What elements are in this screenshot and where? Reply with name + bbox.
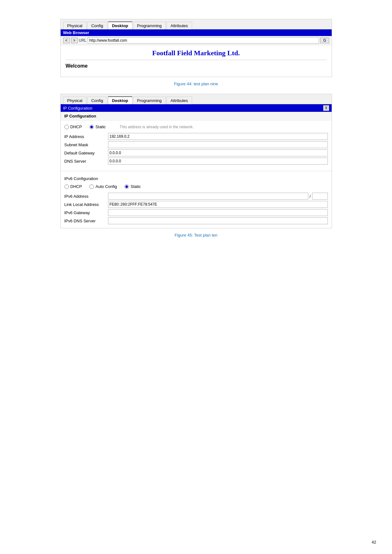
ip-config-subheader: IP Configuration <box>61 112 332 121</box>
ipv6-dns-server-input[interactable] <box>108 217 328 224</box>
link-local-address-label: Link Local Address <box>64 202 106 207</box>
ipv6-static-label: Static <box>130 184 141 189</box>
subnet-mask-row: Subnet Mask <box>64 141 328 148</box>
site-title: Footfall Field Marketing Ltd. <box>66 49 327 60</box>
dns-server-input[interactable] <box>108 158 328 165</box>
tab-programming-1[interactable]: Programming <box>133 22 166 29</box>
ipv6-dhcp-radio[interactable] <box>64 184 69 189</box>
warning-text: This address is already used in the netw… <box>120 125 194 129</box>
ipv6-radio-row: DHCP Auto Config Static <box>64 183 328 190</box>
ip-address-label: IP Address <box>64 134 106 139</box>
ipv6-gateway-label: IPv6 Gateway <box>64 210 106 215</box>
ipv6-section-label: IPv6 Configuration <box>64 176 328 181</box>
ipv6-prefix-length-input[interactable] <box>312 193 328 200</box>
url-bar: < > URL G <box>61 36 332 45</box>
dns-server-label: DNS Server <box>64 159 106 164</box>
ip-address-input[interactable] <box>108 133 328 140</box>
page-number: 42 <box>372 540 376 545</box>
welcome-text: Welcome <box>66 63 327 69</box>
web-browser-bar: Web Browser <box>61 29 332 36</box>
tab-desktop-2[interactable]: Desktop <box>108 96 132 104</box>
tab-attributes-1[interactable]: Attributes <box>166 22 192 29</box>
dhcp-radio-item[interactable]: DHCP <box>64 124 82 129</box>
figure-caption-1: Figure 44: test plan nine <box>174 81 218 86</box>
slash-separator: / <box>310 194 311 199</box>
tab-physical-1[interactable]: Physical <box>63 22 87 29</box>
ipv6-address-input-group: / <box>108 193 328 200</box>
link-local-address-row: Link Local Address <box>64 201 328 208</box>
ipv6-gateway-row: IPv6 Gateway <box>64 209 328 216</box>
tab-physical-2[interactable]: Physical <box>63 97 87 104</box>
tab-desktop-1[interactable]: Desktop <box>108 21 132 29</box>
ipv6-dhcp-label: DHCP <box>70 184 82 189</box>
dhcp-radio[interactable] <box>64 125 69 129</box>
tab-attributes-2[interactable]: Attributes <box>166 97 192 104</box>
subnet-mask-input[interactable] <box>108 141 328 148</box>
ipv6-autoconfig-radio[interactable] <box>89 184 94 189</box>
ipv6-address-row: IPv6 Address / <box>64 193 328 200</box>
ip-config-header: IP Configuration X <box>61 104 332 112</box>
ipv6-dhcp-radio-item[interactable]: DHCP <box>64 184 82 189</box>
tabs-row-2: Physical Config Desktop Programming Attr… <box>61 94 332 104</box>
ip-config-title: IP Configuration <box>63 106 93 111</box>
static-radio-item[interactable]: Static <box>89 124 106 129</box>
go-button[interactable]: G <box>320 38 329 43</box>
ipv6-address-label: IPv6 Address <box>64 194 106 199</box>
figure-caption-2: Figure 45: Test plan ten <box>175 233 218 238</box>
ipv6-form-section: IPv6 Configuration DHCP Auto Config Stat… <box>61 174 332 228</box>
dns-server-row: DNS Server <box>64 158 328 165</box>
ipv4-form-section: DHCP Static This address is already used… <box>61 121 332 168</box>
static-label: Static <box>95 124 106 129</box>
tab-config-1[interactable]: Config <box>87 22 107 29</box>
default-gateway-label: Default Gateway <box>64 151 106 155</box>
ipv6-address-input[interactable] <box>108 193 308 200</box>
ipv6-static-radio-item[interactable]: Static <box>124 184 141 189</box>
ip-address-row: IP Address <box>64 133 328 140</box>
static-radio[interactable] <box>89 125 94 129</box>
tab-config-2[interactable]: Config <box>87 97 107 104</box>
url-label: URL <box>79 38 87 43</box>
ipv6-autoconfig-label: Auto Config <box>95 184 117 189</box>
tab-programming-2[interactable]: Programming <box>133 97 166 104</box>
ipv6-dns-server-label: IPv6 DNS Server <box>64 219 106 223</box>
ipv6-autoconfig-radio-item[interactable]: Auto Config <box>89 184 117 189</box>
subnet-mask-label: Subnet Mask <box>64 142 106 147</box>
ipv6-dns-server-row: IPv6 DNS Server <box>64 217 328 224</box>
ipv6-static-radio[interactable] <box>124 184 129 189</box>
back-button[interactable]: < <box>63 38 70 43</box>
default-gateway-input[interactable] <box>108 149 328 156</box>
forward-button[interactable]: > <box>71 38 78 43</box>
close-button[interactable]: X <box>323 105 329 111</box>
ipv6-gateway-input[interactable] <box>108 209 328 216</box>
url-input[interactable] <box>88 37 319 44</box>
browser-content: Footfall Field Marketing Ltd. Welcome <box>61 45 332 77</box>
ipv4-radio-row: DHCP Static This address is already used… <box>64 123 328 130</box>
default-gateway-row: Default Gateway <box>64 149 328 156</box>
dhcp-label: DHCP <box>70 124 82 129</box>
tabs-row-1: Physical Config Desktop Programming Attr… <box>61 19 332 29</box>
link-local-address-input[interactable] <box>108 201 328 208</box>
